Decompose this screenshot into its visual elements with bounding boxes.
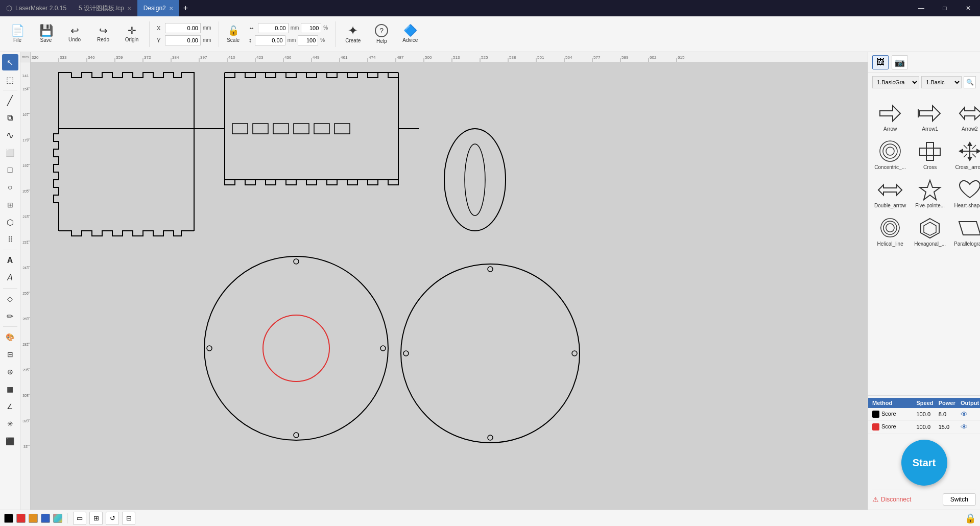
width-input[interactable] [258, 23, 289, 33]
left-divider2 [3, 250, 17, 250]
svg-marker-121 [967, 157, 972, 161]
grid2-tool[interactable]: ⊞ [2, 197, 18, 213]
right-panel: 🖼 📷 1.BasicGra 1.Basic 🔍 [868, 52, 980, 510]
color-orange[interactable] [29, 514, 38, 523]
save-button[interactable]: 💾 Save [33, 19, 59, 50]
undo-button[interactable]: ↩ Undo [61, 19, 88, 50]
shape-five-pointed[interactable]: Five-pointe... [912, 176, 948, 210]
design-canvas[interactable] [31, 62, 868, 510]
color-red[interactable] [16, 514, 26, 523]
table-tool[interactable]: ▦ [2, 381, 18, 397]
close-tab3[interactable]: ✕ [169, 6, 173, 11]
y-input[interactable] [165, 35, 201, 45]
shape-arrow[interactable]: Arrow [872, 100, 908, 134]
svg-marker-110 [920, 106, 940, 121]
pencil-tool[interactable]: ✏ [2, 308, 18, 324]
minimize-button[interactable]: — [910, 0, 933, 16]
tab-design-template[interactable]: 5.设计图模板.lcp ✕ [73, 0, 137, 16]
svg-text:269: 269 [22, 317, 29, 321]
advice-button[interactable]: 🔷 Advice [397, 19, 423, 50]
rotate-button[interactable]: ↺ [106, 512, 119, 525]
svg-text:538: 538 [509, 55, 516, 60]
start-button[interactable]: Start [901, 440, 947, 486]
shape-cross[interactable]: Cross [912, 138, 948, 172]
close-window-button[interactable]: ✕ [957, 0, 980, 16]
switch-button[interactable]: Switch [943, 493, 976, 506]
disconnect-button[interactable]: ⚠ Disconnect [872, 495, 911, 504]
origin-button[interactable]: ✛ Origin [118, 19, 145, 50]
svg-text:551: 551 [537, 55, 544, 60]
file-button[interactable]: 📄 File [4, 19, 31, 50]
help-button[interactable]: ? Help [368, 19, 395, 50]
grid-button[interactable]: ⊟ [122, 512, 135, 525]
canvas-area[interactable]: mm 320 333 346 359 372 384 397 [20, 52, 868, 510]
shape-arrow2[interactable]: Arrow2 [952, 100, 980, 134]
dots-tool[interactable]: ⠿ [2, 231, 18, 248]
height-input[interactable] [255, 35, 285, 45]
starburst-tool[interactable]: ✳ [2, 416, 18, 432]
svg-text:449: 449 [313, 55, 320, 60]
redo-button[interactable]: ↪ Redo [90, 19, 116, 50]
layer-visibility-red[interactable]: 👁 [961, 423, 976, 431]
tab-design2[interactable]: Design2 ✕ [137, 0, 179, 16]
shape-heart[interactable]: Heart-shaped [952, 176, 980, 210]
redo-icon: ↪ [99, 26, 108, 36]
align-button[interactable]: ▭ [73, 512, 86, 525]
curve-tool[interactable]: ∿ [2, 127, 18, 144]
shape-hexagonal[interactable]: Hexagonal_... [912, 214, 948, 249]
add-tab-button[interactable]: + [179, 4, 192, 13]
close-tab2[interactable]: ✕ [127, 6, 131, 11]
svg-text:474: 474 [369, 55, 376, 60]
layer-row-red[interactable]: Score 100.0 15.0 👁 [868, 421, 980, 434]
lasso-tool[interactable]: ⬚ [2, 71, 18, 88]
line-tool[interactable]: ╱ [2, 92, 18, 109]
width-pct-input[interactable] [301, 23, 321, 33]
maximize-button[interactable]: □ [933, 0, 957, 16]
svg-text:384: 384 [172, 55, 179, 60]
shapes-search-button[interactable]: 🔍 [964, 76, 976, 88]
toolbar: 📄 File 💾 Save ↩ Undo ↪ Redo ✛ Origin X m… [0, 16, 980, 52]
text-tool[interactable]: A [2, 252, 18, 269]
text-mirror-tool[interactable]: A [2, 270, 18, 286]
svg-text:564: 564 [565, 55, 572, 60]
advice-icon: 🔷 [403, 25, 417, 36]
rect2-tool[interactable]: ⬜ [2, 145, 18, 161]
select-tool[interactable]: ↖ [2, 54, 18, 70]
group-tool[interactable]: ⬛ [2, 433, 18, 449]
color-black[interactable] [4, 514, 13, 523]
ellipse-tool[interactable]: ○ [2, 179, 18, 196]
shape-helical[interactable]: Helical_line [872, 214, 908, 249]
color-blue[interactable] [41, 514, 50, 523]
shape-double-arrow[interactable]: Double_arrow [872, 176, 908, 210]
category-select-1[interactable]: 1.BasicGra [872, 76, 919, 88]
color-rainbow[interactable] [53, 514, 62, 523]
distribute-button[interactable]: ⊞ [89, 512, 103, 525]
create-button[interactable]: ✦ Create [340, 19, 366, 50]
camera-icon-button[interactable]: 📷 [892, 55, 908, 69]
layer-row-black[interactable]: Score 100.0 8.0 👁 [868, 408, 980, 421]
angle-tool[interactable]: ∠ [2, 398, 18, 415]
polygon-tool[interactable]: ⬡ [2, 214, 18, 230]
lock-scale-icon: 🔓 [228, 25, 239, 36]
scale-button[interactable]: 🔓 Scale [223, 19, 244, 50]
output-header: Output [961, 400, 976, 406]
layer-visibility-black[interactable]: 👁 [961, 410, 976, 418]
shape-arrow1[interactable]: Arrow1 [912, 100, 948, 134]
category-select-2[interactable]: 1.Basic [921, 76, 962, 88]
shape-parallelogram[interactable]: Parallelogram [952, 214, 980, 249]
pattern-tool[interactable]: ⊟ [2, 346, 18, 363]
shape-concentric[interactable]: Concentric_... [872, 138, 908, 172]
x-input[interactable] [165, 23, 201, 33]
preview-icon-button[interactable]: 🖼 [872, 55, 889, 69]
copy-tool[interactable]: ⧉ [2, 110, 18, 126]
layers-tool[interactable]: ⊕ [2, 364, 18, 380]
shape-cross-arrow[interactable]: Cross_arrow [952, 138, 980, 172]
tab-lasermaker[interactable]: ⬡ LaserMaker 2.0.15 [0, 0, 73, 16]
disconnect-icon: ⚠ [872, 495, 879, 504]
svg-rect-49 [20, 62, 31, 510]
svg-text:179: 179 [22, 138, 29, 142]
rect-tool[interactable]: □ [2, 162, 18, 178]
eraser-tool[interactable]: ◇ [2, 291, 18, 307]
height-pct-input[interactable] [298, 35, 318, 45]
paint-tool[interactable]: 🎨 [2, 329, 18, 345]
